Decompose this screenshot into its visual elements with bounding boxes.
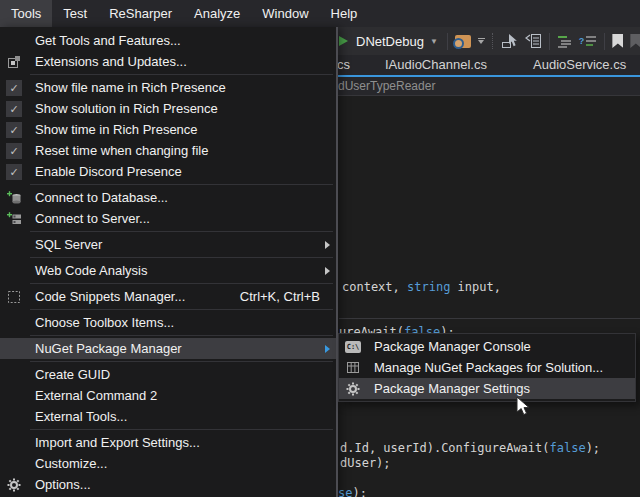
menubar-item-test[interactable]: Test <box>52 0 98 27</box>
toolbar-separator <box>549 33 550 50</box>
menu-item-external-command-2[interactable]: External Command 2 <box>0 385 336 406</box>
menu-item-package-manager-settings[interactable]: Package Manager Settings <box>339 378 635 399</box>
menu-item-connect-to-server[interactable]: Connect to Server... <box>0 208 336 229</box>
menu-separator <box>30 257 333 258</box>
menu-item-nuget-package-manager[interactable]: NuGet Package Manager <box>0 338 336 359</box>
menu-item-get-tools-and-features[interactable]: Get Tools and Features... <box>0 30 336 51</box>
menu-item-label: External Command 2 <box>28 388 336 403</box>
toolbar-separator <box>447 33 448 50</box>
nuget-submenu: C:\Package Manager ConsoleManage NuGet P… <box>338 333 636 402</box>
packages-icon <box>339 361 367 374</box>
code-keyword: string <box>407 280 450 294</box>
toolbar-separator <box>604 33 605 50</box>
tools-menu: Get Tools and Features...Extensions and … <box>0 27 338 497</box>
checkmark-icon: ✓ <box>0 101 28 117</box>
extensions-icon <box>0 55 28 69</box>
menu-item-label: External Tools... <box>28 409 336 424</box>
gear-icon <box>339 382 367 396</box>
menu-item-choose-toolbox-items[interactable]: Choose Toolbox Items... <box>0 312 336 333</box>
menu-item-label: Show time in Rich Presence <box>28 122 336 137</box>
debug-target-selector[interactable]: DNetDebug ▼ <box>356 34 440 49</box>
menu-item-label: Get Tools and Features... <box>28 33 336 48</box>
menu-separator <box>30 184 333 185</box>
code-text: context, <box>342 280 407 294</box>
code-line: se); <box>338 487 367 497</box>
menu-item-label: SQL Server <box>28 237 318 252</box>
menu-item-web-code-analysis[interactable]: Web Code Analysis <box>0 260 336 281</box>
code-line: d.Id, userId).ConfigureAwait(false); <box>340 442 600 454</box>
menu-item-manage-nuget-packages-for-solution[interactable]: Manage NuGet Packages for Solution... <box>339 357 635 378</box>
debug-target-label: DNetDebug <box>356 34 424 49</box>
menubar-item-window[interactable]: Window <box>251 0 319 27</box>
checkmark-icon: ✓ <box>0 143 28 159</box>
menu-item-show-solution-in-rich-presence[interactable]: ✓Show solution in Rich Presence <box>0 98 336 119</box>
menu-item-label: Import and Export Settings... <box>28 435 336 450</box>
server-add-icon <box>0 212 28 226</box>
submenu-arrow-icon <box>318 267 336 275</box>
menubar-item-resharper[interactable]: ReSharper <box>98 0 183 27</box>
menu-item-label: Customize... <box>28 456 336 471</box>
checkmark-icon: ✓ <box>0 164 28 180</box>
menu-item-sql-server[interactable]: SQL Server <box>0 234 336 255</box>
menu-item-label: Package Manager Console <box>367 339 635 354</box>
database-add-icon <box>0 191 28 205</box>
code-text: dUser); <box>340 456 391 470</box>
menu-item-reset-time-when-changing-file[interactable]: ✓Reset time when changing file <box>0 140 336 161</box>
menu-item-shortcut: Ctrl+K, Ctrl+B <box>240 289 336 304</box>
submenu-arrow-icon <box>318 345 336 353</box>
code-text: d.Id, userId).ConfigureAwait( <box>340 441 550 455</box>
menu-item-import-and-export-settings[interactable]: Import and Export Settings... <box>0 432 336 453</box>
menu-item-create-guid[interactable]: Create GUID <box>0 364 336 385</box>
start-debug-icon[interactable] <box>339 36 348 46</box>
code-text: ); <box>586 441 600 455</box>
menu-item-code-snippets-manager[interactable]: Code Snippets Manager...Ctrl+K, Ctrl+B <box>0 286 336 307</box>
menu-item-external-tools[interactable]: External Tools... <box>0 406 336 427</box>
menubar-item-help[interactable]: Help <box>320 0 369 27</box>
menu-separator <box>30 231 333 232</box>
menubar-item-tools[interactable]: Tools <box>0 0 52 27</box>
code-line: context, string input, <box>342 281 501 293</box>
menu-item-label: NuGet Package Manager <box>28 341 318 356</box>
menu-item-show-time-in-rich-presence[interactable]: ✓Show time in Rich Presence <box>0 119 336 140</box>
tab-hidden-fragment[interactable]: cs <box>337 57 350 72</box>
toolbar-content: DNetDebug ▼ <box>339 27 640 55</box>
menu-item-extensions-and-updates[interactable]: Extensions and Updates... <box>0 51 336 72</box>
indent-lines-icon[interactable] <box>557 31 572 51</box>
menu-item-label: Web Code Analysis <box>28 263 318 278</box>
format-lines-icon[interactable]: ? <box>579 31 598 51</box>
menu-separator <box>30 309 333 310</box>
menu-item-enable-discord-presence[interactable]: ✓Enable Discord Presence <box>0 161 336 182</box>
menu-item-label: Code Snippets Manager... <box>28 289 240 304</box>
menu-item-customize[interactable]: Customize... <box>0 453 336 474</box>
menu-item-options[interactable]: Options... <box>0 474 336 495</box>
menu-item-show-file-name-in-rich-presence[interactable]: ✓Show file name in Rich Presence <box>0 77 336 98</box>
checkmark-icon: ✓ <box>0 80 28 96</box>
menu-item-label: Create GUID <box>28 367 336 382</box>
sync-active-document-icon[interactable] <box>501 31 518 51</box>
copy-document-icon[interactable] <box>525 31 542 51</box>
tab-iaudiochannel-cs[interactable]: IAudioChannel.cs <box>385 57 487 72</box>
menu-item-connect-to-database[interactable]: Connect to Database... <box>0 187 336 208</box>
toolbar-options-icon[interactable] <box>478 38 485 44</box>
breadcrumb-type-label: dUserTypeReader <box>338 79 435 93</box>
code-line: dUser); <box>340 457 391 469</box>
code-keyword: se <box>338 486 352 497</box>
menubar-item-analyze[interactable]: Analyze <box>183 0 251 27</box>
menu-item-label: Manage NuGet Packages for Solution... <box>367 360 635 375</box>
menubar: ToolsTestReSharperAnalyzeWindowHelp <box>0 0 640 27</box>
snippets-icon <box>0 290 28 304</box>
prev-bookmark-icon[interactable] <box>630 31 640 51</box>
menu-item-package-manager-console[interactable]: C:\Package Manager Console <box>339 336 635 357</box>
menu-item-label: Connect to Server... <box>28 211 336 226</box>
find-in-files-icon[interactable] <box>455 31 471 51</box>
menu-separator <box>30 429 333 430</box>
breadcrumb[interactable]: dUserTypeReader <box>338 77 640 96</box>
editor-divider <box>339 318 640 319</box>
code-editor[interactable] <box>338 96 640 497</box>
submenu-arrow-icon <box>318 241 336 249</box>
bookmark-icon[interactable] <box>612 31 623 51</box>
tab-audioservice-cs[interactable]: AudioService.cs <box>533 57 626 72</box>
menu-item-label: Package Manager Settings <box>367 381 635 396</box>
mouse-cursor <box>516 396 530 416</box>
menu-item-label: Enable Discord Presence <box>28 164 336 179</box>
